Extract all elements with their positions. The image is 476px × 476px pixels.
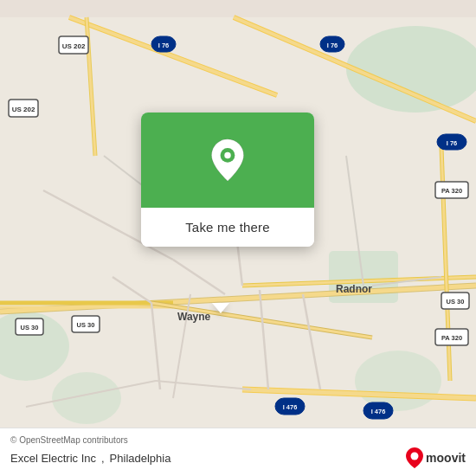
svg-text:I 76: I 76 <box>327 42 338 49</box>
moovit-logo: moovit <box>405 447 466 469</box>
popup-card: Take me there <box>141 113 314 247</box>
business-info-line: Excel Electric Inc , Philadelphia moovit <box>10 447 466 469</box>
svg-text:US 30: US 30 <box>21 324 39 331</box>
svg-text:I 476: I 476 <box>283 403 298 411</box>
svg-point-66 <box>224 152 230 158</box>
svg-point-5 <box>355 351 441 411</box>
svg-text:I 76: I 76 <box>447 139 458 147</box>
location-pin <box>209 138 246 183</box>
business-separator: , <box>101 452 105 465</box>
svg-text:US 30: US 30 <box>77 321 95 329</box>
business-city: Philadelphia <box>110 452 171 465</box>
svg-text:PA 320: PA 320 <box>441 187 462 195</box>
svg-text:PA 320: PA 320 <box>441 334 462 342</box>
svg-text:I 476: I 476 <box>371 408 386 415</box>
copyright-text: © OpenStreetMap contributors <box>10 435 466 445</box>
popup-map-area <box>141 113 314 208</box>
svg-text:US 202: US 202 <box>62 42 86 50</box>
svg-point-67 <box>411 453 419 460</box>
map-container: US 202 US 202 I 76 I 76 I 76 US 30 US 30… <box>0 0 476 476</box>
bottom-bar: © OpenStreetMap contributors Excel Elect… <box>0 428 476 476</box>
svg-text:I 76: I 76 <box>158 42 170 49</box>
popup-pointer <box>212 303 229 313</box>
svg-text:US 30: US 30 <box>447 298 465 306</box>
svg-text:Wayne: Wayne <box>177 311 211 323</box>
moovit-brand-text: moovit <box>426 451 466 465</box>
svg-text:US 202: US 202 <box>12 106 35 113</box>
svg-point-3 <box>52 372 121 424</box>
take-me-there-button[interactable]: Take me there <box>141 208 314 247</box>
svg-text:Radnor: Radnor <box>336 283 372 295</box>
business-name: Excel Electric Inc <box>10 452 96 465</box>
